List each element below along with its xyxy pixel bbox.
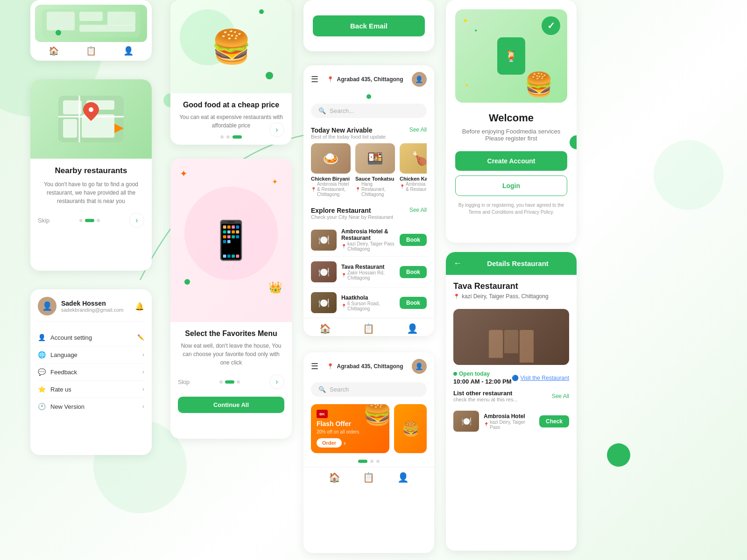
bottom-navigation-2: 🏠 📋 👤 xyxy=(303,467,434,488)
book-btn-1[interactable]: Book xyxy=(400,234,427,246)
profile-icon[interactable]: 👤 xyxy=(123,46,134,56)
other-rest-address: kazi Deiry, Taiger Pass xyxy=(490,420,535,430)
favorites-skip[interactable]: Skip xyxy=(178,378,190,385)
rest-name-2: Tava Restaurant xyxy=(341,264,395,270)
language-item[interactable]: 🌐 Language › xyxy=(38,346,144,364)
svg-rect-14 xyxy=(79,25,135,32)
language-label: Language xyxy=(50,351,78,358)
rate-us-label: Rate us xyxy=(50,386,71,393)
svg-rect-11 xyxy=(47,12,75,30)
list-other-subtitle: check the menu at this res... xyxy=(453,397,518,402)
favorites-dots xyxy=(219,380,240,384)
feedback-label: Feedback xyxy=(50,369,77,376)
rest-name-3: Haatkhola xyxy=(341,294,395,301)
welcome-subtitle: Before enjoying Foodmedia services xyxy=(455,128,567,135)
food-name-tonkatsu: Sauce Tonkatsu xyxy=(355,176,395,182)
food-name-biryani: Chicken Biryani xyxy=(311,176,351,182)
menu-icon[interactable]: ☰ xyxy=(311,74,318,84)
explore-see-all[interactable]: See All xyxy=(409,207,427,213)
nearby-title: Nearby restaurants xyxy=(38,166,144,175)
check-button[interactable]: Check xyxy=(539,415,569,427)
rate-us-item[interactable]: ⭐ Rate us › xyxy=(38,381,144,398)
today-section-subtitle: Best of the today food list update xyxy=(311,134,386,140)
feedback-item[interactable]: 💬 Feedback › xyxy=(38,364,144,381)
main2-location: Agrabad 435, Chittagong xyxy=(337,363,403,370)
open-hours: 10:00 AM - 12:00 PM xyxy=(453,378,512,385)
notes-icon[interactable]: 📋 xyxy=(86,46,96,56)
back-email-card: Back Email xyxy=(303,0,434,51)
flash-offer-banner[interactable]: BK Flash Offer 20% off on all orders Ord… xyxy=(311,404,389,453)
home-icon[interactable]: 🏠 xyxy=(49,46,59,56)
other-restaurant-item[interactable]: 🍽️ Ambrosia Hotel 📍kazi Deiry, Taiger Pa… xyxy=(453,406,569,436)
svg-point-15 xyxy=(56,30,61,35)
back-email-button[interactable]: Back Email xyxy=(313,15,425,36)
good-food-card: 🍔 Good food at a cheap price You can eat… xyxy=(170,0,292,145)
svg-rect-12 xyxy=(79,12,103,21)
rest-addr-1: kazi Deiry, Taiger Pass Chittagong xyxy=(347,241,395,252)
good-food-title: Good food at a cheap price xyxy=(178,101,284,109)
list-see-all[interactable]: See All xyxy=(552,393,569,399)
nav-home-icon[interactable]: 🏠 xyxy=(319,323,331,334)
nearby-skip[interactable]: Skip xyxy=(38,217,49,224)
nearby-next[interactable]: › xyxy=(129,213,144,228)
restaurant-item-3[interactable]: 🍽️ Haatkhola 📍6 Surson Road, Chittagong … xyxy=(311,287,427,318)
main-search-bar[interactable]: 🔍 Search... xyxy=(311,104,427,118)
svg-rect-4 xyxy=(82,114,114,138)
create-account-button[interactable]: Create Account xyxy=(455,151,567,171)
favorites-title: Select the Favorites Menu xyxy=(178,329,284,338)
continue-button[interactable]: Continue All xyxy=(178,397,284,413)
welcome-subtitle2: Please register first xyxy=(455,135,567,142)
good-food-next[interactable]: › xyxy=(269,122,284,137)
open-label: Open today xyxy=(459,371,490,377)
food-rest-tonkatsu: Hang Restaurant, Chittagong xyxy=(361,182,395,197)
user-name: Sadek Hossen xyxy=(61,300,123,307)
main2-search-bar[interactable]: 🔍 Search xyxy=(311,382,427,397)
food-rest-katsu: Ambrosia Hotel & Restaurant xyxy=(406,182,427,192)
nav-profile-icon[interactable]: 👤 xyxy=(407,323,418,334)
login-button[interactable]: Login xyxy=(455,175,567,196)
main-app-card: ☰ 📍 Agrabad 435, Chittagong 👤 🔍 Search..… xyxy=(303,65,434,336)
detail-rest-name: Tava Restaurant xyxy=(453,281,569,291)
svg-rect-13 xyxy=(107,12,135,26)
food-rest-biryani: Ambrosia Hotel & Restaurant, Chittagong xyxy=(317,182,351,197)
details-restaurant-card: ← Details Restaurant Tava Restaurant 📍 k… xyxy=(446,252,577,551)
other-rest-name: Ambrosia Hotel xyxy=(484,413,535,420)
restaurant-item-2[interactable]: 🍽️ Tava Restaurant 📍Zakir Hossain Rd, Ch… xyxy=(311,257,427,287)
nav-home-icon-2[interactable]: 🏠 xyxy=(329,472,340,483)
menu-icon-2[interactable]: ☰ xyxy=(311,361,318,371)
new-version-item[interactable]: 🕐 New Version › xyxy=(38,398,144,415)
nearby-dots xyxy=(79,219,100,222)
account-setting-item[interactable]: 👤 Account setting ✏️ xyxy=(38,329,144,346)
back-arrow-icon[interactable]: ← xyxy=(453,259,462,268)
main-search-placeholder: Search... xyxy=(330,107,354,114)
list-other-title: List other restaurant xyxy=(453,390,518,397)
flash-order-btn[interactable]: Order xyxy=(317,438,342,448)
nav-orders-icon[interactable]: 📋 xyxy=(363,323,374,334)
nav-profile-icon-2[interactable]: 👤 xyxy=(397,472,409,483)
visit-restaurant[interactable]: Visit the Restaurant xyxy=(521,375,570,381)
detail-rest-address: kazi Deiry, Taiger Pass, Chittagong xyxy=(462,293,549,300)
good-food-desc: You can eat at expensive restaurants wit… xyxy=(178,113,284,130)
svg-rect-3 xyxy=(63,119,77,138)
book-btn-3[interactable]: Book xyxy=(400,297,427,309)
explore-title: Explore Restaurant xyxy=(311,207,393,214)
terms-text: By logging in or registering, you have a… xyxy=(455,202,567,216)
main-app-card-2: ☰ 📍 Agrabad 435, Chittagong 👤 🔍 Search B… xyxy=(303,352,434,553)
nav-orders-icon-2[interactable]: 📋 xyxy=(363,472,374,483)
rest-name-1: Ambrosia Hotel & Restaurant xyxy=(341,228,395,241)
new-version-label: New Version xyxy=(50,403,85,410)
book-btn-2[interactable]: Book xyxy=(400,266,427,278)
bottom-navigation: 🏠 📋 👤 xyxy=(303,318,434,336)
rest-addr-2: Zakir Hossain Rd, Chittagong xyxy=(347,270,395,280)
food-card-biryani[interactable]: 🍛 Chicken Biryani 📍Ambrosia Hotel & Rest… xyxy=(311,143,351,197)
main-location: Agrabad 435, Chittagong xyxy=(337,76,403,83)
details-header-title: Details Restaurant xyxy=(466,259,569,267)
restaurant-item-1[interactable]: 🍽️ Ambrosia Hotel & Restaurant 📍kazi Dei… xyxy=(311,224,427,257)
welcome-card: 🍹 🍔 ✓ ✦ ✦ ✦ Welcome Before enjoying Food… xyxy=(446,0,577,243)
favorites-next[interactable]: › xyxy=(269,374,284,389)
food-card-tonkatsu[interactable]: 🍱 Sauce Tonkatsu 📍Hang Restaurant, Chitt… xyxy=(355,143,395,197)
today-see-all[interactable]: See All xyxy=(409,126,427,133)
food-card-katsu[interactable]: 🍗 Chicken Katsu 📍Ambrosia Hotel & Restau… xyxy=(400,143,427,197)
main2-search-placeholder: Search xyxy=(330,386,349,393)
nearby-restaurants-card: Nearby restaurants You don't have to go … xyxy=(30,79,152,271)
